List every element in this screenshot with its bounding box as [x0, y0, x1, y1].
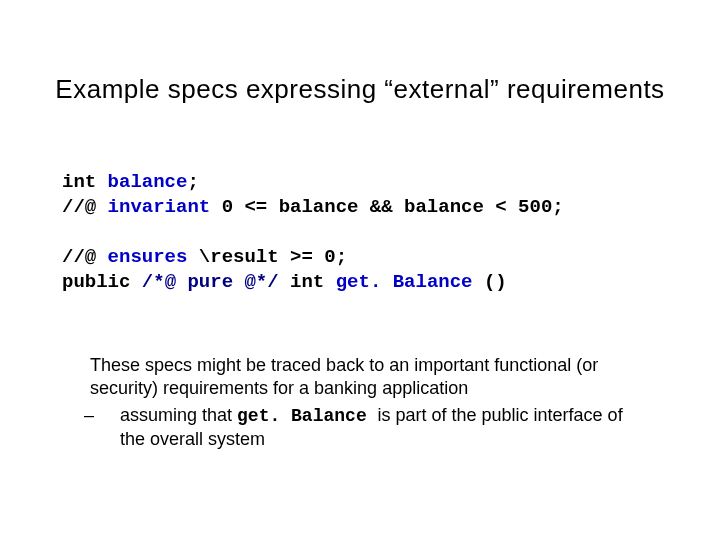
- code-keyword: ensures: [108, 246, 188, 268]
- code-text: public: [62, 271, 142, 293]
- code-text: int: [62, 171, 108, 193]
- explanation: These specs might be traced back to an i…: [90, 354, 650, 451]
- explanation-main: These specs might be traced back to an i…: [90, 354, 650, 400]
- code-ident: balance: [108, 171, 188, 193]
- dash-icon: –: [102, 404, 120, 427]
- code-text: //@: [62, 196, 108, 218]
- code-text: (): [473, 271, 507, 293]
- explanation-subitem: –assuming that get. Balance is part of t…: [90, 404, 650, 451]
- code-text: //@: [62, 246, 108, 268]
- explanation-sub-text: assuming that: [120, 405, 237, 425]
- code-block: int balance; //@ invariant 0 <= balance …: [62, 170, 564, 295]
- slide-title: Example specs expressing “external” requ…: [0, 74, 720, 105]
- code-text: \result >= 0;: [187, 246, 347, 268]
- code-text: ;: [187, 171, 198, 193]
- code-text: 0 <= balance && balance < 500;: [210, 196, 563, 218]
- code-annot: /*@ pure @*/: [142, 271, 279, 293]
- code-keyword: invariant: [108, 196, 211, 218]
- slide: Example specs expressing “external” requ…: [0, 0, 720, 540]
- code-text: int: [279, 271, 336, 293]
- inline-code: get. Balance: [237, 406, 377, 426]
- code-method: get. Balance: [336, 271, 473, 293]
